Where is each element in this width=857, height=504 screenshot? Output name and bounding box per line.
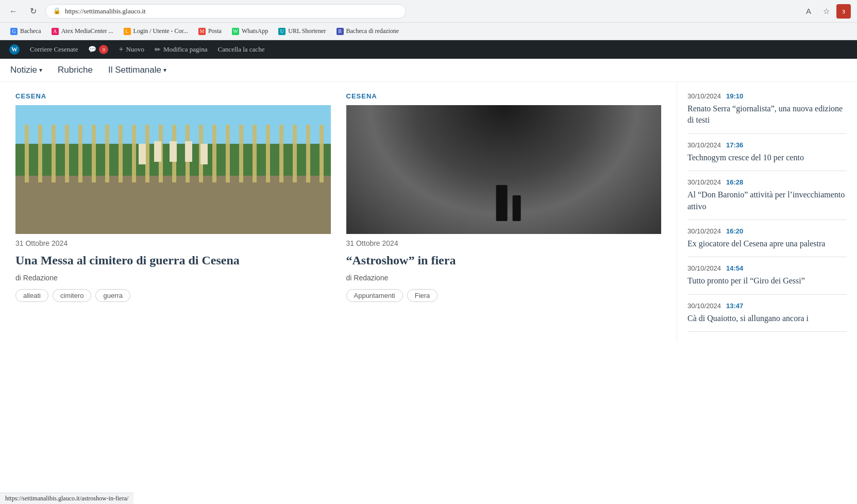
sidebar-time-3: 16:28: [726, 178, 743, 186]
article-1-image: [15, 105, 331, 234]
sidebar-time-5: 14:54: [726, 264, 743, 272]
sidebar-item-3: 30/10/2024 16:28 Al “Don Baronio” attivi…: [687, 171, 847, 220]
article-1-tags: alleati cimitero guerra: [15, 289, 331, 302]
bookmark-bacheca[interactable]: G Bacheca: [6, 26, 45, 37]
sidebar-item-2: 30/10/2024 17:36 Technogym cresce del 10…: [687, 134, 847, 171]
back-button[interactable]: ←: [6, 4, 21, 19]
article-card-1: CESENA 31 Ottobre 2024 Una Messa al cimi…: [15, 92, 331, 302]
article-1-date: 31 Ottobre 2024: [15, 239, 331, 247]
url-text: https://settimanalibis.glauco.it: [65, 7, 146, 15]
tag-cimitero[interactable]: cimitero: [53, 289, 92, 302]
bookmark-url[interactable]: U URL Shortener: [274, 26, 330, 37]
site-name-item[interactable]: Corriere Cesenate: [25, 40, 83, 59]
new-item[interactable]: + Nuovo: [113, 40, 149, 59]
google-icon: G: [10, 28, 18, 35]
login-icon: L: [124, 28, 131, 35]
bookmark-button[interactable]: ☆: [819, 4, 833, 19]
wp-admin-bar: W Corriere Cesenate 💬 0 + Nuovo ✏ Modifi…: [0, 40, 857, 59]
sidebar-time-4: 16:20: [726, 227, 743, 235]
bookmarks-bar: G Bacheca A Atex MediaCenter ... L Login…: [0, 23, 857, 40]
bookmark-posta-label: Posta: [208, 27, 222, 35]
sidebar-meta-4: 30/10/2024 16:20: [687, 227, 847, 235]
font-button[interactable]: A: [801, 4, 816, 19]
extension-badge[interactable]: 3: [836, 4, 851, 19]
wp-logo-item[interactable]: W: [4, 40, 25, 59]
nav-rubriche[interactable]: Rubriche: [58, 65, 93, 75]
bookmark-login[interactable]: L Login / Utente - Cor...: [120, 26, 192, 37]
whatsapp-icon: W: [232, 28, 239, 35]
gmail-icon: M: [198, 28, 206, 35]
article-2-tags: Appuntamenti Fiera: [346, 289, 662, 302]
edit-page-item[interactable]: ✏ Modifica pagina: [149, 40, 213, 59]
sidebar-date-5: 30/10/2024: [687, 264, 721, 272]
article-1-title[interactable]: Una Messa al cimitero di guerra di Cesen…: [15, 253, 331, 268]
sidebar-title-6[interactable]: Cà di Quaiotto, si allungano ancora i: [687, 313, 847, 324]
bookmark-redazione[interactable]: B Bacheca di redazione: [332, 26, 404, 37]
comments-badge: 0: [99, 45, 108, 54]
wordpress-logo: W: [9, 44, 20, 55]
article-1-author: di Redazione: [15, 274, 331, 282]
settimanale-chevron-icon: ▾: [163, 66, 166, 74]
bookmark-bacheca-label: Bacheca: [20, 27, 41, 35]
article-2-image: [346, 105, 662, 234]
site-navigation: Notizie ▾ Rubriche Il Settimanale ▾: [0, 59, 857, 82]
bookmark-redazione-label: Bacheca di redazione: [346, 27, 399, 35]
sidebar-date-2: 30/10/2024: [687, 141, 721, 149]
comments-item[interactable]: 💬 0: [83, 40, 113, 59]
nav-notizie[interactable]: Notizie ▾: [10, 65, 42, 75]
tag-appuntamenti[interactable]: Appuntamenti: [346, 289, 403, 302]
silhouette-group: [496, 185, 521, 221]
sidebar-meta-5: 30/10/2024 14:54: [687, 264, 847, 272]
nav-settimanale[interactable]: Il Settimanale ▾: [108, 65, 166, 75]
child-silhouette: [513, 195, 521, 221]
bookmark-atex[interactable]: A Atex MediaCenter ...: [47, 26, 117, 37]
sidebar-date-4: 30/10/2024: [687, 227, 721, 235]
comment-icon: 💬: [88, 45, 96, 54]
article-card-2: CESENA 31 Ottobre 2024 “Astroshow” in fi…: [346, 92, 662, 302]
clear-cache-item[interactable]: Cancella la cache: [212, 40, 270, 59]
refresh-button[interactable]: ↻: [26, 4, 40, 19]
bookmark-whatsapp-label: WhatsApp: [242, 27, 268, 35]
pencil-icon: ✏: [155, 45, 161, 54]
redazione-icon: B: [337, 28, 344, 35]
sidebar-item-5: 30/10/2024 14:54 Tutto pronto per il “Gi…: [687, 257, 847, 294]
sidebar-title-3[interactable]: Al “Don Baronio” attività per l’invecchi…: [687, 189, 847, 212]
sidebar-meta-2: 30/10/2024 17:36: [687, 141, 847, 149]
sidebar-meta-6: 30/10/2024 13:47: [687, 302, 847, 310]
sidebar-time-1: 19:10: [726, 92, 743, 100]
sidebar-title-1[interactable]: Renato Serra “giornalista”, una nuova ed…: [687, 103, 847, 126]
url-shortener-icon: U: [278, 28, 285, 35]
article-2-date: 31 Ottobre 2024: [346, 239, 662, 247]
astroshow-bg: [346, 105, 662, 234]
tag-guerra[interactable]: guerra: [95, 289, 130, 302]
sidebar-time-2: 17:36: [726, 141, 743, 149]
article-2-title[interactable]: “Astroshow” in fiera: [346, 253, 662, 268]
sidebar-item-4: 30/10/2024 16:20 Ex giocatore del Cesena…: [687, 220, 847, 257]
articles-grid: CESENA 31 Ottobre 2024 Una Messa al cimi…: [15, 92, 661, 302]
tag-alleati[interactable]: alleati: [15, 289, 48, 302]
bookmark-posta[interactable]: M Posta: [194, 26, 226, 37]
nav-notizie-label: Notizie: [10, 65, 37, 75]
article-2-category: CESENA: [346, 92, 662, 100]
sidebar-title-4[interactable]: Ex giocatore del Cesena apre una palestr…: [687, 238, 847, 249]
sidebar-title-2[interactable]: Technogym cresce del 10 per cento: [687, 152, 847, 163]
notizie-chevron-icon: ▾: [39, 66, 42, 74]
sidebar-item-6: 30/10/2024 13:47 Cà di Quaiotto, si allu…: [687, 295, 847, 332]
article-1-category: CESENA: [15, 92, 331, 100]
plus-icon: +: [119, 45, 123, 54]
browser-chrome: ← ↻ 🔒 https://settimanalibis.glauco.it A…: [0, 0, 857, 23]
adult-silhouette: [496, 185, 508, 221]
cache-label: Cancella la cache: [217, 45, 264, 54]
bookmark-whatsapp[interactable]: W WhatsApp: [228, 26, 272, 37]
sidebar-title-5[interactable]: Tutto pronto per il “Giro dei Gessi”: [687, 275, 847, 287]
edit-label: Modifica pagina: [163, 45, 208, 54]
sidebar-item-1: 30/10/2024 19:10 Renato Serra “giornalis…: [687, 92, 847, 134]
sidebar-date-6: 30/10/2024: [687, 302, 721, 310]
atex-icon: A: [52, 28, 59, 35]
sidebar-meta-1: 30/10/2024 19:10: [687, 92, 847, 100]
article-2-author: di Redazione: [346, 274, 662, 282]
bookmark-atex-label: Atex MediaCenter ...: [61, 27, 113, 35]
sidebar-time-6: 13:47: [726, 302, 743, 310]
tag-fiera[interactable]: Fiera: [407, 289, 438, 302]
address-bar[interactable]: 🔒 https://settimanalibis.glauco.it: [45, 4, 406, 19]
